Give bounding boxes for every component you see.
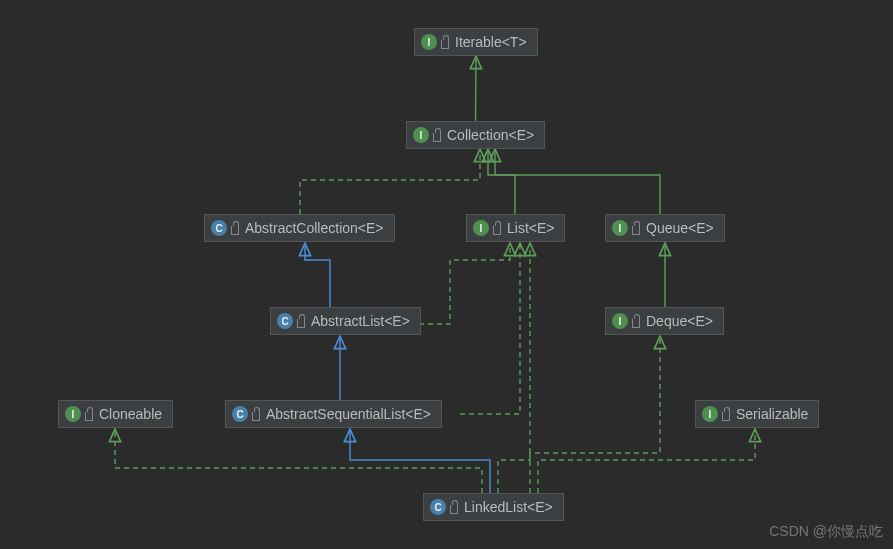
node-label: Iterable<T> — [455, 34, 527, 50]
node-label: AbstractSequentialList<E> — [266, 406, 431, 422]
node-deque[interactable]: IDeque<E> — [605, 307, 724, 335]
node-queue[interactable]: IQueue<E> — [605, 214, 725, 242]
connector-collection-to-iterable — [476, 56, 477, 121]
lock-icon — [722, 412, 730, 421]
lock-icon — [85, 412, 93, 421]
node-label: Cloneable — [99, 406, 162, 422]
interface-icon: I — [413, 127, 429, 143]
lock-icon — [493, 226, 501, 235]
interface-icon: I — [65, 406, 81, 422]
node-abslist[interactable]: CAbstractList<E> — [270, 307, 421, 335]
node-label: Queue<E> — [646, 220, 714, 236]
node-iterable[interactable]: IIterable<T> — [414, 28, 538, 56]
node-label: Deque<E> — [646, 313, 713, 329]
node-label: LinkedList<E> — [464, 499, 553, 515]
class-icon: C — [232, 406, 248, 422]
connector-list-to-collection — [488, 149, 515, 214]
node-label: Collection<E> — [447, 127, 534, 143]
class-icon: C — [430, 499, 446, 515]
lock-icon — [632, 319, 640, 328]
connector-absseqlist-to-list — [460, 243, 520, 414]
node-label: Serializable — [736, 406, 808, 422]
connector-abslist-to-abscoll — [305, 243, 330, 307]
lock-icon — [297, 319, 305, 328]
node-absseqlist[interactable]: CAbstractSequentialList<E> — [225, 400, 442, 428]
lock-icon — [433, 133, 441, 142]
interface-icon: I — [702, 406, 718, 422]
connector-abscoll-to-collection — [300, 149, 480, 214]
connector-linkedlist-to-cloneable — [115, 429, 482, 493]
node-label: AbstractList<E> — [311, 313, 410, 329]
connector-linkedlist-to-deque — [530, 336, 660, 493]
class-icon: C — [211, 220, 227, 236]
class-icon: C — [277, 313, 293, 329]
interface-icon: I — [612, 313, 628, 329]
node-serializable[interactable]: ISerializable — [695, 400, 819, 428]
interface-icon: I — [473, 220, 489, 236]
node-label: List<E> — [507, 220, 554, 236]
node-abscoll[interactable]: CAbstractCollection<E> — [204, 214, 395, 242]
connector-lines — [0, 0, 893, 549]
connector-linkedlist-to-absseqlist — [350, 429, 490, 493]
node-cloneable[interactable]: ICloneable — [58, 400, 173, 428]
lock-icon — [632, 226, 640, 235]
lock-icon — [450, 505, 458, 514]
interface-icon: I — [612, 220, 628, 236]
node-collection[interactable]: ICollection<E> — [406, 121, 545, 149]
node-linkedlist[interactable]: CLinkedList<E> — [423, 493, 564, 521]
connector-linkedlist-to-list — [498, 243, 530, 493]
connector-linkedlist-to-serializable — [538, 429, 755, 493]
connector-queue-to-collection — [495, 149, 660, 214]
lock-icon — [231, 226, 239, 235]
interface-icon: I — [421, 34, 437, 50]
node-label: AbstractCollection<E> — [245, 220, 384, 236]
connector-abslist-to-list — [410, 243, 510, 324]
lock-icon — [441, 40, 449, 49]
node-list[interactable]: IList<E> — [466, 214, 565, 242]
watermark: CSDN @你慢点吃 — [769, 523, 883, 541]
lock-icon — [252, 412, 260, 421]
